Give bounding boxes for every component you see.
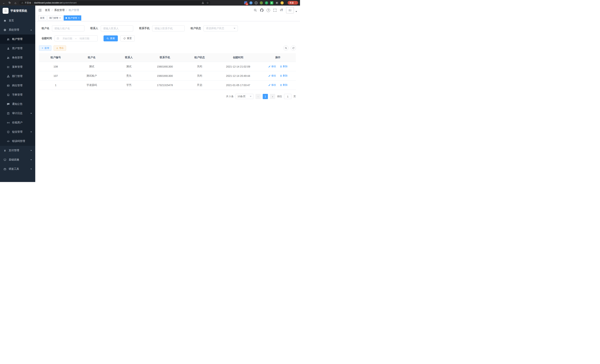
extension-icon[interactable]: [254, 1, 258, 4]
tab-label: 首页: [40, 17, 45, 20]
github-icon[interactable]: [260, 9, 263, 12]
tab-dept[interactable]: 部门管理 ×: [47, 15, 63, 21]
sidebar-item-audit[interactable]: 审计日志: [0, 109, 35, 118]
tenant-name-input[interactable]: [52, 25, 84, 31]
breadcrumb-item[interactable]: 首页: [45, 9, 50, 12]
sidebar-item-dict[interactable]: 字典管理: [0, 90, 35, 99]
app-shell: 芋道管理系统 首页 系统管理 租户管理: [0, 6, 300, 182]
share-icon[interactable]: [202, 2, 204, 4]
sidebar-item-online[interactable]: 在线用户: [0, 118, 35, 127]
browser-home-icon[interactable]: ⌂: [13, 1, 18, 5]
edit-link[interactable]: 修改: [268, 65, 276, 68]
extension-icon[interactable]: [260, 1, 263, 4]
extension-icon[interactable]: 10: [244, 1, 247, 4]
end-date-input[interactable]: [77, 37, 92, 40]
sidebar-item-user[interactable]: 用户管理: [0, 44, 35, 53]
reset-button[interactable]: 重置: [120, 36, 135, 41]
tab-tenant[interactable]: 租户管理 ×: [64, 15, 81, 21]
cell-tenant-id: 1: [39, 81, 72, 90]
date-range-picker[interactable]: -: [55, 36, 98, 41]
extension-icon[interactable]: ☺: [281, 1, 284, 4]
sidebar-item-role[interactable]: 角色管理: [0, 53, 35, 62]
help-icon[interactable]: ?: [267, 9, 270, 12]
goto-page-input[interactable]: [284, 94, 291, 99]
filter-row: 租户名 联系人 联系手机 租户状态 请选择租户状态: [39, 25, 296, 31]
address-divider: [33, 2, 33, 4]
column-header: 租户编号: [39, 53, 72, 62]
infra-icon: [3, 159, 7, 161]
update-button[interactable]: 更新 ⋮: [288, 1, 298, 5]
close-icon[interactable]: ×: [78, 17, 79, 19]
sidebar-item-tenant[interactable]: 租户管理: [0, 35, 35, 44]
browser-menu-icon[interactable]: ⋮: [295, 1, 297, 4]
sidebar-item-menu[interactable]: 菜单管理: [0, 62, 35, 72]
sidebar-item-home[interactable]: 首页: [0, 16, 35, 25]
search-icon[interactable]: [254, 9, 257, 12]
sidebar-item-post[interactable]: 岗位管理: [0, 81, 35, 90]
refresh-icon: [123, 37, 126, 40]
close-icon[interactable]: ×: [59, 17, 61, 19]
extension-icon[interactable]: ◆: [275, 1, 279, 4]
cell-status: 开启: [183, 81, 216, 90]
search-button[interactable]: 搜索: [103, 36, 118, 41]
export-button[interactable]: 导出: [54, 46, 66, 51]
cell-contact: 测试: [111, 62, 147, 71]
sidebar-item-sms[interactable]: 短信管理: [0, 127, 35, 137]
delete-link[interactable]: 删除: [280, 83, 288, 87]
status-select[interactable]: 请选择租户状态: [204, 25, 238, 31]
chevron-up-icon: [30, 29, 32, 30]
page-size-select[interactable]: 10条/页: [236, 94, 253, 99]
page-number-button[interactable]: 1: [263, 94, 268, 99]
sidebar-item-tools[interactable]: 研发工具: [0, 164, 35, 174]
back-icon[interactable]: ←: [2, 1, 6, 5]
reload-icon[interactable]: ↻: [8, 1, 12, 5]
sidebar-item-label: 支付管理: [9, 149, 28, 152]
tab-home[interactable]: 首页: [38, 15, 46, 21]
avatar[interactable]: [286, 7, 294, 13]
prev-page-button[interactable]: ‹: [255, 94, 261, 99]
edit-link[interactable]: 修改: [268, 74, 276, 77]
sidebar-item-errcode[interactable]: 错误码管理: [0, 137, 35, 146]
table-search-button[interactable]: [283, 46, 289, 51]
add-button[interactable]: 新增: [39, 46, 51, 51]
phone-input[interactable]: [152, 25, 185, 31]
contact-input[interactable]: [101, 25, 133, 31]
cell-actions: 修改 删除: [260, 81, 296, 90]
notice-icon: [7, 103, 10, 106]
extension-icon[interactable]: ●: [249, 1, 253, 4]
dept-tree-icon: [7, 75, 10, 78]
filter-contact: 联系人: [90, 25, 133, 31]
sidebar-item-label: 通知公告: [12, 103, 32, 106]
bookmark-star-icon[interactable]: ☆: [206, 1, 209, 4]
tab-label: 部门管理: [49, 17, 58, 20]
sidebar-item-pay[interactable]: ¥ 支付管理: [0, 146, 35, 155]
pencil-icon: [268, 84, 271, 86]
sidebar-item-notice[interactable]: 通知公告: [0, 99, 35, 109]
delete-link[interactable]: 删除: [280, 65, 288, 68]
screen: ← ↻ ⌂ ⚠ 不安全 dashboard.yudao.iocoder.cn/s…: [0, 0, 300, 182]
delete-link[interactable]: 删除: [280, 74, 288, 77]
fullscreen-icon[interactable]: [273, 9, 277, 12]
cell-created: 2021-01-05 17:03:47: [216, 81, 260, 90]
status-select-placeholder: 请选择租户状态: [206, 27, 224, 30]
sidebar-item-infra[interactable]: 基础设施: [0, 155, 35, 164]
extension-icon[interactable]: ✓: [265, 1, 268, 4]
sidebar-item-label: 角色管理: [12, 56, 32, 59]
breadcrumb: 首页 / 系统管理 / 租户管理: [45, 9, 79, 12]
collapse-sidebar-icon[interactable]: [38, 8, 42, 12]
address-bar[interactable]: ⚠ 不安全 dashboard.yudao.iocoder.cn/system/…: [19, 1, 210, 5]
start-date-input[interactable]: [60, 37, 75, 40]
font-size-icon[interactable]: TT: [280, 9, 283, 12]
next-page-button[interactable]: ›: [270, 94, 275, 99]
breadcrumb-item[interactable]: 系统管理: [54, 9, 65, 12]
sidebar-item-dept[interactable]: 部门管理: [0, 72, 35, 81]
tab-label: 租户管理: [68, 17, 77, 20]
url-text: dashboard.yudao.iocoder.cn/system/tenant: [34, 1, 77, 4]
sidebar-item-system[interactable]: 系统管理: [0, 25, 35, 35]
table-refresh-button[interactable]: [291, 46, 296, 51]
column-header: 创建时间: [216, 53, 260, 62]
cell-actions: 修改 删除: [260, 62, 296, 71]
edit-link[interactable]: 修改: [268, 83, 276, 87]
chevron-down-icon[interactable]: [296, 11, 297, 12]
extension-icon[interactable]: ▮: [270, 1, 273, 4]
